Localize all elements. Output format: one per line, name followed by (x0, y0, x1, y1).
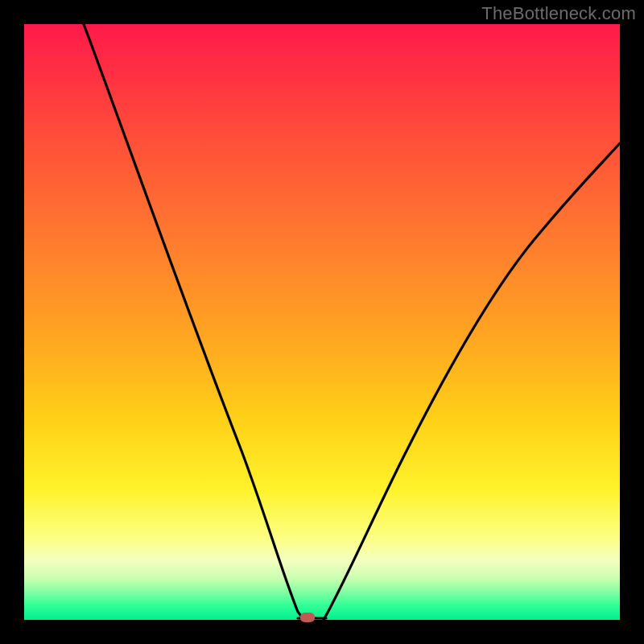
min-marker (300, 613, 315, 622)
chart-frame: TheBottleneck.com (0, 0, 644, 644)
watermark-text: TheBottleneck.com (481, 3, 636, 24)
plot-area (24, 24, 620, 620)
bottleneck-curve (24, 24, 620, 620)
